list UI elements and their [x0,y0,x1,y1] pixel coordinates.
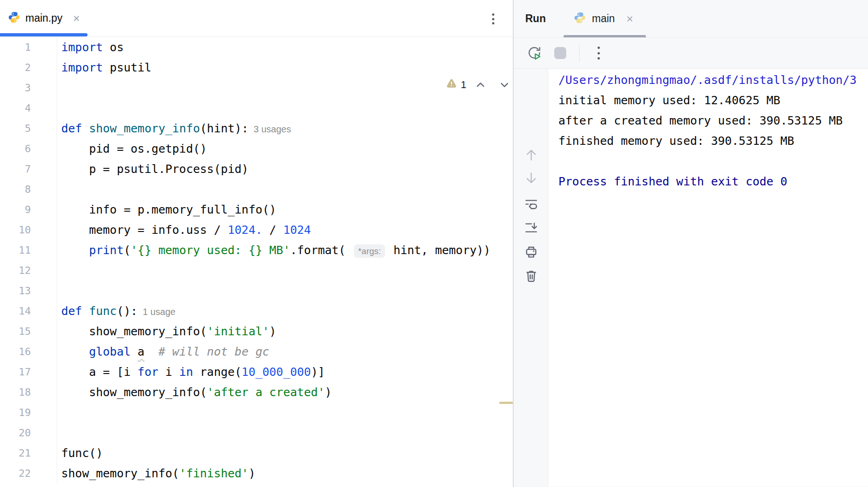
warning-triangle-icon[interactable] [446,78,457,91]
line-number[interactable]: 11 [0,240,57,261]
console-line [558,151,868,172]
scroll-to-end-icon[interactable] [522,219,540,237]
console-line: finished memory used: 390.53125 MB [558,131,868,151]
kebab-menu-icon[interactable] [590,44,607,62]
editor-tab-title: main.py [25,12,63,24]
console-line: after a created memory used: 390.53125 M… [558,111,868,131]
code-text: def func(): 1 usage [57,301,176,321]
line-number[interactable]: 15 [0,321,57,342]
code-line[interactable]: 21func() [0,443,513,463]
line-number[interactable]: 22 [0,463,57,484]
code-text [57,423,61,443]
line-number[interactable]: 14 [0,301,57,321]
line-number[interactable]: 5 [0,119,57,139]
active-tab-indicator [0,33,88,36]
editor-tab-bar: main.py [0,0,513,37]
line-number[interactable]: 20 [0,423,57,443]
line-number[interactable]: 4 [0,98,57,119]
code-text: pid = os.getpid() [57,139,207,159]
code-line[interactable]: 5def show_memory_info(hint): 3 usages [0,119,513,139]
code-line[interactable]: 9 info = p.memory_full_info() [0,200,513,220]
code-line[interactable]: 3 [0,78,513,98]
code-line[interactable]: 1import os [0,37,513,58]
code-text: show_memory_info('initial') [57,321,276,342]
inspection-widget: 1 [446,78,511,91]
line-number[interactable]: 1 [0,37,57,58]
line-number[interactable]: 7 [0,159,57,179]
code-text: import os [57,37,123,58]
ide-window: main.py 1import os2import psutil345def s… [0,0,868,487]
code-line[interactable]: 22show_memory_info('finished') [0,463,513,484]
line-number[interactable]: 8 [0,179,57,200]
code-line[interactable]: 18 show_memory_info('after a created') [0,382,513,403]
code-text: show_memory_info('finished') [57,463,255,484]
code-line[interactable]: 10 memory = info.uss / 1024. / 1024 [0,220,513,240]
run-tab-title: main [592,12,615,25]
soft-wrap-icon[interactable] [522,195,540,213]
line-number[interactable]: 17 [0,362,57,382]
console-line: initial memory used: 12.40625 MB [558,90,868,111]
run-tab-main[interactable]: main [563,0,646,37]
code-line[interactable]: 6 pid = os.getpid() [0,139,513,159]
line-number[interactable]: 18 [0,382,57,403]
code-line[interactable]: 13 [0,281,513,301]
stop-icon[interactable] [551,44,569,62]
close-icon[interactable] [624,13,636,25]
console-output[interactable]: /Users/zhongmingmao/.asdf/installs/pytho… [548,69,868,487]
warning-stripe-mark[interactable] [499,402,513,404]
usages-hint[interactable]: 1 usage [138,307,176,317]
code-text [57,98,61,119]
code-line[interactable]: 11 print('{} memory used: {} MB'.format(… [0,240,513,261]
code-line[interactable]: 19 [0,403,513,423]
line-number[interactable]: 13 [0,281,57,301]
chevron-down-icon[interactable] [498,78,511,91]
editor-tab-main-py[interactable]: main.py [0,0,88,36]
code-line[interactable]: 7 p = psutil.Process(pid) [0,159,513,179]
trash-icon[interactable] [522,267,540,285]
console-line: /Users/zhongmingmao/.asdf/installs/pytho… [558,70,868,90]
python-icon [574,12,586,26]
warning-count: 1 [461,79,466,91]
code-line[interactable]: 8 [0,179,513,200]
line-number[interactable]: 2 [0,58,57,78]
run-tool-window: Run main [514,0,868,487]
code-text: memory = info.uss / 1024. / 1024 [57,220,311,240]
code-text: p = psutil.Process(pid) [57,159,248,179]
line-number[interactable]: 19 [0,403,57,423]
code-text: import psutil [57,58,152,78]
code-line[interactable]: 2import psutil [0,58,513,78]
code-text [57,261,61,281]
code-line[interactable]: 14def func(): 1 usage [0,301,513,321]
rerun-icon[interactable] [526,44,543,62]
run-panel-title: Run [525,12,546,25]
code-line[interactable]: 15 show_memory_info('initial') [0,321,513,342]
code-line[interactable]: 20 [0,423,513,443]
console-line: Process finished with exit code 0 [558,172,868,192]
line-number[interactable]: 10 [0,220,57,240]
code-text: print('{} memory used: {} MB'.format( *a… [57,240,491,261]
line-number[interactable]: 12 [0,261,57,281]
line-number[interactable]: 16 [0,342,57,362]
inlay-hint: *args: [354,244,385,258]
arrow-up-icon[interactable] [522,146,540,164]
code-text [57,78,61,98]
code-editor[interactable]: 1import os2import psutil345def show_memo… [0,37,513,484]
selected-tab-indicator [563,35,646,37]
line-number[interactable]: 6 [0,139,57,159]
line-number[interactable]: 3 [0,78,57,98]
close-icon[interactable] [70,12,82,24]
code-line[interactable]: 4 [0,98,513,119]
console-toolbar [514,69,548,487]
arrow-down-icon[interactable] [522,169,540,187]
line-number[interactable]: 21 [0,443,57,463]
code-line[interactable]: 17 a = [i for i in range(10_000_000)] [0,362,513,382]
chevron-up-icon[interactable] [474,78,487,91]
kebab-menu-icon[interactable] [489,12,497,26]
printer-icon[interactable] [522,243,540,261]
code-text: a = [i for i in range(10_000_000)] [57,362,325,382]
python-icon [8,11,20,25]
usages-hint[interactable]: 3 usages [248,124,291,134]
line-number[interactable]: 9 [0,200,57,220]
code-line[interactable]: 12 [0,261,513,281]
code-line[interactable]: 16 global a # will not be gc [0,342,513,362]
